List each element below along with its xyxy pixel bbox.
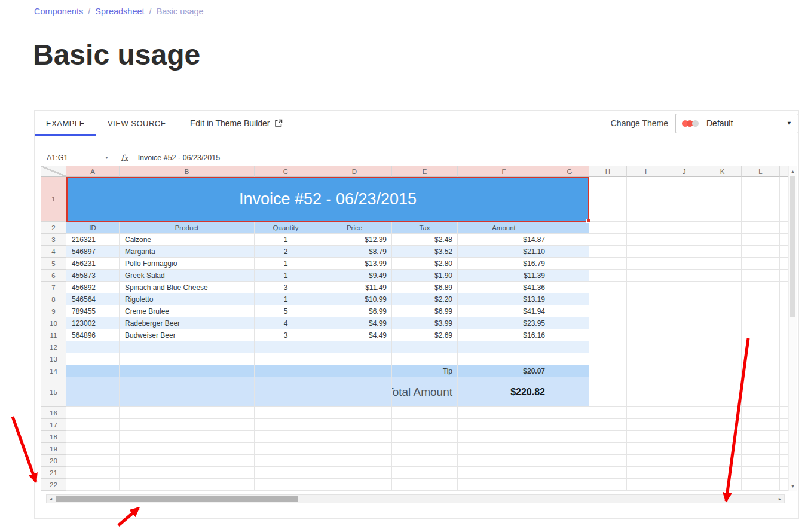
cell-G10[interactable] <box>550 317 589 329</box>
cell-H17[interactable] <box>589 419 627 431</box>
row-header-17[interactable]: 17 <box>41 419 66 431</box>
cell-K14[interactable] <box>703 365 742 377</box>
cell-C13[interactable] <box>255 353 317 365</box>
cell-J19[interactable] <box>665 443 703 455</box>
cell-L10[interactable] <box>742 317 780 329</box>
cell-H15[interactable] <box>589 377 627 407</box>
cell-B9[interactable]: Creme Brulee <box>120 305 255 317</box>
cell-D18[interactable] <box>317 431 392 443</box>
cell-H8[interactable] <box>589 293 627 305</box>
cell-B22[interactable] <box>120 479 255 491</box>
cell-A6[interactable]: 455873 <box>66 270 120 282</box>
cell-overflow6[interactable] <box>780 270 788 282</box>
row-header-13[interactable]: 13 <box>41 353 66 365</box>
cell-H20[interactable] <box>589 455 627 467</box>
vertical-scrollbar[interactable]: ▲ ▼ <box>788 166 797 491</box>
cell-L15[interactable] <box>742 377 780 407</box>
cell-I18[interactable] <box>627 431 665 443</box>
name-box[interactable]: A1:G1 ▼ <box>41 149 114 166</box>
cell-D3[interactable]: $12.39 <box>317 234 392 246</box>
cell-F16[interactable] <box>458 407 550 419</box>
cell-B16[interactable] <box>120 407 255 419</box>
cell-E14[interactable]: Tip <box>392 365 458 377</box>
cell-L6[interactable] <box>742 270 780 282</box>
cell-J14[interactable] <box>665 365 703 377</box>
cell-J6[interactable] <box>665 270 703 282</box>
cell-E3[interactable]: $2.48 <box>392 234 458 246</box>
cell-I15[interactable] <box>627 377 665 407</box>
cell-J17[interactable] <box>665 419 703 431</box>
cell-F8[interactable]: $13.19 <box>458 293 550 305</box>
cell-G6[interactable] <box>550 270 589 282</box>
cell-G15[interactable] <box>550 377 589 407</box>
cell-overflow16[interactable] <box>780 407 788 419</box>
cell-C2[interactable]: Quantity <box>255 222 317 234</box>
cell-D14[interactable] <box>317 365 392 377</box>
cell-I13[interactable] <box>627 353 665 365</box>
cell-L21[interactable] <box>742 467 780 479</box>
cell-B4[interactable]: Margarita <box>120 246 255 258</box>
cell-I5[interactable] <box>627 258 665 270</box>
cell-J9[interactable] <box>665 305 703 317</box>
cell-J7[interactable] <box>665 282 703 293</box>
cell-E13[interactable] <box>392 353 458 365</box>
cell-A8[interactable]: 546564 <box>66 293 120 305</box>
cell-E16[interactable] <box>392 407 458 419</box>
cell-I16[interactable] <box>627 407 665 419</box>
row-header-15[interactable]: 15 <box>41 377 66 407</box>
row-header-6[interactable]: 6 <box>41 270 66 282</box>
cell-C3[interactable]: 1 <box>255 234 317 246</box>
row-header-18[interactable]: 18 <box>41 431 66 443</box>
cell-B7[interactable]: Spinach and Blue Cheese <box>120 282 255 293</box>
cell-J21[interactable] <box>665 467 703 479</box>
column-header-J[interactable]: J <box>665 166 703 177</box>
scroll-right-icon[interactable]: ► <box>776 495 784 503</box>
cell-D7[interactable]: $11.49 <box>317 282 392 293</box>
column-header-F[interactable]: F <box>458 166 550 177</box>
cell-L4[interactable] <box>742 246 780 258</box>
cell-B10[interactable]: Radeberger Beer <box>120 317 255 329</box>
cell-G13[interactable] <box>550 353 589 365</box>
cell-H9[interactable] <box>589 305 627 317</box>
cell-D8[interactable]: $10.99 <box>317 293 392 305</box>
cell-K19[interactable] <box>703 443 742 455</box>
cell-H5[interactable] <box>589 258 627 270</box>
cell-K3[interactable] <box>703 234 742 246</box>
cell-A14[interactable] <box>66 365 120 377</box>
cell-I19[interactable] <box>627 443 665 455</box>
cell-F20[interactable] <box>458 455 550 467</box>
cell-C20[interactable] <box>255 455 317 467</box>
row-header-2[interactable]: 2 <box>41 222 66 234</box>
cell-L13[interactable] <box>742 353 780 365</box>
cell-K13[interactable] <box>703 353 742 365</box>
cell-overflow11[interactable] <box>780 329 788 341</box>
cell-J1[interactable] <box>665 177 703 222</box>
cell-G17[interactable] <box>550 419 589 431</box>
cell-F19[interactable] <box>458 443 550 455</box>
cell-G3[interactable] <box>550 234 589 246</box>
cell-C21[interactable] <box>255 467 317 479</box>
cell-B18[interactable] <box>120 431 255 443</box>
cell-C14[interactable] <box>255 365 317 377</box>
tab-view-source[interactable]: VIEW SOURCE <box>96 111 177 136</box>
cell-H14[interactable] <box>589 365 627 377</box>
cell-D13[interactable] <box>317 353 392 365</box>
column-header-D[interactable]: D <box>317 166 392 177</box>
cell-E2[interactable]: Tax <box>392 222 458 234</box>
cell-F3[interactable]: $14.87 <box>458 234 550 246</box>
cell-E21[interactable] <box>392 467 458 479</box>
theme-select-dropdown[interactable]: Default ▼ <box>675 114 798 133</box>
cell-D4[interactable]: $8.79 <box>317 246 392 258</box>
cell-K17[interactable] <box>703 419 742 431</box>
cell-D12[interactable] <box>317 341 392 353</box>
cell-H21[interactable] <box>589 467 627 479</box>
cell-A7[interactable]: 456892 <box>66 282 120 293</box>
breadcrumb-link-components[interactable]: Components <box>34 7 83 16</box>
cell-F21[interactable] <box>458 467 550 479</box>
cell-I14[interactable] <box>627 365 665 377</box>
cell-B12[interactable] <box>120 341 255 353</box>
cell-I3[interactable] <box>627 234 665 246</box>
cell-E17[interactable] <box>392 419 458 431</box>
cell-B15[interactable] <box>120 377 255 407</box>
cell-A21[interactable] <box>66 467 120 479</box>
